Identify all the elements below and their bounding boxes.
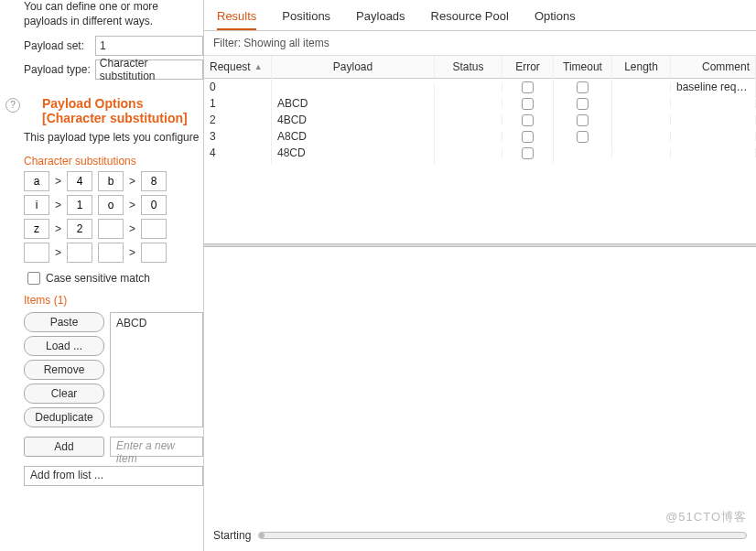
sub-to-input[interactable] — [141, 219, 167, 239]
sub-to-input[interactable] — [67, 219, 92, 239]
col-error[interactable]: Error — [502, 56, 554, 78]
paste-button[interactable]: Paste — [24, 312, 104, 332]
arrow-icon: > — [129, 195, 135, 215]
timeout-checkbox[interactable] — [577, 98, 589, 110]
table-row[interactable]: 448CD — [204, 145, 756, 161]
tab-payloads[interactable]: Payloads — [356, 4, 405, 30]
sub-from-input[interactable] — [24, 195, 49, 215]
payload-desc: You can define one or more payloads in d… — [24, 0, 203, 28]
sub-to-input[interactable] — [141, 243, 167, 263]
sort-asc-icon: ▲ — [254, 62, 263, 71]
error-checkbox[interactable] — [522, 147, 534, 159]
add-button[interactable]: Add — [24, 437, 104, 457]
deduplicate-button[interactable]: Deduplicate — [24, 407, 104, 427]
left-panel: You can define one or more payloads in d… — [0, 0, 203, 551]
table-body: 0baseline request1ABCD24BCD3A8CD448CD — [204, 79, 756, 161]
detail-pane — [204, 247, 756, 551]
remove-button[interactable]: Remove — [24, 360, 104, 380]
col-comment[interactable]: Comment — [671, 56, 756, 78]
watermark: @51CTO博客 — [665, 509, 747, 525]
arrow-icon: > — [55, 219, 61, 239]
timeout-checkbox[interactable] — [577, 114, 589, 126]
error-checkbox[interactable] — [522, 114, 534, 126]
error-checkbox[interactable] — [522, 81, 534, 93]
add-from-list-combo[interactable]: Add from list ... — [24, 466, 203, 486]
payload-set-label: Payload set: — [24, 39, 95, 52]
arrow-icon: > — [55, 195, 61, 215]
sub-from-input[interactable] — [98, 171, 124, 191]
options-desc: This payload type lets you configure — [24, 131, 203, 146]
sub-to-input[interactable] — [141, 171, 167, 191]
col-length[interactable]: Length — [612, 56, 671, 78]
status-label: Starting — [213, 529, 251, 542]
items-listbox[interactable]: ABCD — [110, 312, 203, 427]
sub-from-input[interactable] — [98, 243, 124, 263]
substitutions-grid: >>>>>>>> — [24, 171, 203, 263]
results-tabs: ResultsPositionsPayloadsResource PoolOpt… — [204, 0, 756, 31]
item-buttons: PasteLoad ...RemoveClearDeduplicate — [24, 312, 104, 427]
col-payload[interactable]: Payload — [272, 56, 435, 78]
error-checkbox[interactable] — [522, 131, 534, 143]
sub-from-input[interactable] — [24, 219, 49, 239]
col-timeout[interactable]: Timeout — [554, 56, 612, 78]
sub-from-input[interactable] — [98, 219, 124, 239]
sub-from-input[interactable] — [24, 243, 49, 263]
sub-from-input[interactable] — [98, 195, 124, 215]
tab-results[interactable]: Results — [217, 4, 256, 30]
payload-type-combo[interactable]: Character substitution — [95, 59, 203, 80]
error-checkbox[interactable] — [522, 98, 534, 110]
arrow-icon: > — [129, 219, 135, 239]
arrow-icon: > — [55, 171, 61, 191]
case-sensitive-row[interactable]: Case sensitive match — [27, 272, 203, 285]
items-title: Items (1) — [24, 294, 203, 307]
case-sensitive-checkbox[interactable] — [27, 272, 40, 285]
case-sensitive-label: Case sensitive match — [46, 272, 150, 285]
list-item[interactable]: ABCD — [116, 317, 197, 330]
subs-title: Character substitutions — [24, 155, 203, 167]
payload-set-combo[interactable]: 1 — [95, 36, 203, 56]
col-status[interactable]: Status — [435, 56, 502, 78]
tab-options[interactable]: Options — [535, 4, 576, 30]
add-item-input[interactable]: Enter a new item — [110, 437, 203, 457]
sub-to-input[interactable] — [67, 243, 92, 263]
right-panel: ResultsPositionsPayloadsResource PoolOpt… — [203, 0, 756, 551]
sub-from-input[interactable] — [24, 171, 49, 191]
sub-to-input[interactable] — [67, 195, 92, 215]
clear-button[interactable]: Clear — [24, 384, 104, 404]
load--button[interactable]: Load ... — [24, 336, 104, 356]
tab-positions[interactable]: Positions — [282, 4, 330, 30]
arrow-icon: > — [129, 171, 135, 191]
timeout-checkbox[interactable] — [577, 81, 589, 93]
col-request[interactable]: Request▲ — [204, 56, 272, 78]
payload-options-title: Payload Options [Character substitution] — [42, 96, 203, 125]
sub-to-input[interactable] — [141, 195, 167, 215]
arrow-icon: > — [129, 243, 135, 263]
sub-to-input[interactable] — [67, 171, 92, 191]
arrow-icon: > — [55, 243, 61, 263]
filter-bar[interactable]: Filter: Showing all items — [204, 31, 756, 56]
payload-type-label: Payload type: — [24, 63, 95, 76]
progress-bar — [258, 532, 747, 539]
timeout-checkbox[interactable] — [577, 131, 589, 143]
tab-resource-pool[interactable]: Resource Pool — [431, 4, 509, 30]
